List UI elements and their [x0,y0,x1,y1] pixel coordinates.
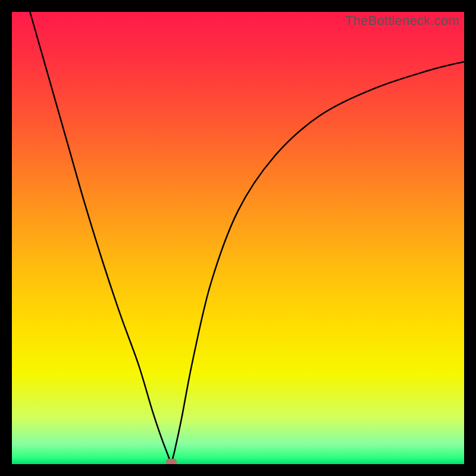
plot-area: TheBottleneck.com [12,12,464,464]
minimum-marker [166,459,177,464]
watermark-text: TheBottleneck.com [345,13,459,29]
bottleneck-curve [12,12,464,464]
